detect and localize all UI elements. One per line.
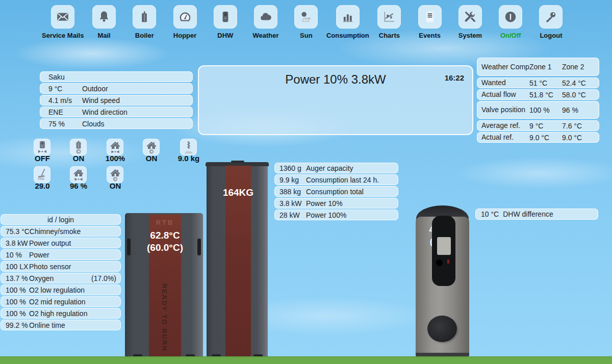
zone2-value: 7.6 °C	[562, 122, 599, 130]
dhw-tank-image: 44.6°C (50°C)	[416, 205, 469, 357]
toolbar-item-label: Weather	[253, 32, 279, 39]
zone1-value: 51 °C	[529, 79, 562, 87]
label: Valve position	[477, 106, 529, 114]
label: Wanted	[477, 79, 529, 87]
zone2-pump-status: ON	[94, 181, 137, 190]
boiler-target-temp: (60.0°C)	[139, 242, 191, 253]
value: 99.2 %	[1, 321, 29, 329]
auger-content: 9.0 kg	[167, 154, 210, 163]
toolbar-item-label: System	[458, 32, 482, 39]
dhw-inspection-port	[427, 316, 457, 342]
zone2-value: 9.0 °C	[562, 134, 599, 142]
actual-ref-row: Actual ref. 9.0 °C 9.0 °C	[477, 132, 599, 143]
label: Power 100%	[306, 211, 346, 219]
dhw-difference-row: 10 °C DHW difference	[475, 209, 598, 220]
boiler-icon	[133, 5, 156, 29]
weather-comp-title: Weather Comp	[477, 63, 529, 71]
toolbar-item-label: Sun	[300, 32, 313, 39]
label: Power 10%	[306, 199, 343, 207]
toolbar-item-system[interactable]: System	[450, 5, 490, 43]
toolbar-item-label: Events	[419, 32, 441, 39]
toolbar-item-logout[interactable]: Logout	[531, 5, 571, 43]
label: Chimney/smoke	[30, 227, 81, 236]
events-doc-icon	[418, 5, 442, 29]
power-100-row: 28 kW Power 100%	[274, 210, 398, 220]
toolbar-item-weather[interactable]: Weather	[245, 5, 286, 43]
value: 100 %	[1, 309, 29, 318]
toolbar-item-onoff[interactable]: On/Off	[491, 5, 531, 43]
zone2-header: Zone 2	[562, 63, 599, 71]
weather-cloud-icon	[254, 5, 277, 29]
value: 100 LX	[1, 263, 29, 271]
grass-ground	[0, 356, 612, 364]
zone1-value: 9.0 °C	[529, 134, 562, 142]
cleaning-tile[interactable]	[34, 166, 50, 183]
value: 9 °C	[40, 85, 82, 93]
dhw-panel-knob	[436, 259, 443, 266]
id-login-button[interactable]: id / login	[1, 214, 121, 225]
mail-bell-icon	[92, 5, 116, 29]
dhw-panel-screen	[437, 237, 451, 255]
actual-flow-row: Actual flow 51.8 °C 58.0 °C	[477, 89, 599, 100]
toolbar-item-hopper[interactable]: Hopper	[165, 5, 205, 43]
boiler-handle-left	[127, 239, 131, 255]
outdoor-temp-row: 9 °C Outdoor	[40, 83, 193, 94]
toolbar-item-boiler[interactable]: Boiler	[124, 5, 165, 43]
zone2-value: 58.0 °C	[562, 91, 599, 99]
house-valve-icon	[73, 168, 84, 181]
clouds-row: 75 % Clouds	[40, 118, 193, 129]
toolbar-item-mail[interactable]: Mail	[84, 5, 124, 43]
charts-line-icon	[377, 5, 401, 29]
zone2-valve-tile[interactable]	[70, 166, 87, 183]
value: 100 %	[1, 286, 29, 294]
toolbar-item-dhw[interactable]: DHW	[205, 5, 245, 43]
value: 10 %	[1, 251, 29, 259]
zone1-pump-tile[interactable]	[143, 139, 160, 155]
zone1-value: 9 °C	[529, 122, 562, 130]
power-banner-text: Power 10% 3.8kW	[199, 72, 472, 87]
dhw-panel-led	[447, 259, 449, 264]
online-time-row: 99.2 % Online time	[1, 320, 121, 330]
zone1-value: 51.8 °C	[529, 91, 562, 99]
house-valve-icon	[110, 141, 121, 154]
photo-sensor-row: 100 LX Photo sensor	[1, 261, 121, 272]
zone2-value: 96 %	[562, 106, 599, 114]
toolbar-item-events[interactable]: Events	[410, 5, 450, 43]
label: Power	[29, 251, 49, 259]
value: ENE	[40, 108, 82, 116]
boiler-temp: 62.8°C	[139, 230, 191, 241]
value: 75 %	[40, 120, 82, 128]
cleaning-broom-icon	[37, 168, 48, 181]
value: 75.3 °C	[1, 227, 30, 236]
zone1-pump-status: ON	[130, 154, 173, 163]
boiler-pump-tile[interactable]	[70, 139, 87, 155]
label: Consumption total	[306, 188, 364, 196]
power-banner: Power 10% 3.8kW 16:22	[198, 65, 473, 135]
label: O2 low regulation	[29, 286, 85, 294]
consumption-bars-icon	[336, 5, 360, 29]
label: Oxygen	[29, 274, 54, 282]
site-name: Saku	[40, 73, 82, 81]
valve-position-row: Valve position 100 % 96 %	[477, 101, 599, 119]
o2-low-row: 100 % O2 low regulation	[1, 284, 121, 295]
hopper-image: 164KG	[207, 162, 268, 357]
label: Auger capacity	[306, 164, 353, 172]
dhw-valve-icon	[37, 141, 48, 154]
zone2-pump-tile[interactable]	[107, 166, 123, 183]
wanted-row: Wanted 51 °C 52.4 °C	[477, 77, 599, 88]
zone1-valve-tile[interactable]	[107, 139, 123, 155]
toolbar-item-service-mails[interactable]: Service Mails	[42, 5, 84, 43]
dhw-valve-tile[interactable]	[34, 139, 50, 155]
oxygen-row: 13.7 % Oxygen (17.0%)	[1, 273, 121, 283]
toolbar-item-consumption[interactable]: Consumption	[326, 5, 369, 43]
power-output-row: 3.8 kW Power output	[1, 238, 121, 248]
hopper-lid-handle	[231, 161, 244, 163]
toolbar-item-sun[interactable]: Sun	[286, 5, 326, 43]
dashboard: Service Mails Mail Boiler Hopper DHW	[0, 0, 612, 364]
label: Average ref.	[477, 122, 529, 129]
value: 4.1 m/s	[40, 96, 82, 105]
toolbar-item-charts[interactable]: Charts	[369, 5, 410, 43]
label: Wind speed	[82, 96, 120, 105]
value: 100 %	[1, 298, 29, 306]
auger-content-tile[interactable]	[180, 139, 197, 155]
